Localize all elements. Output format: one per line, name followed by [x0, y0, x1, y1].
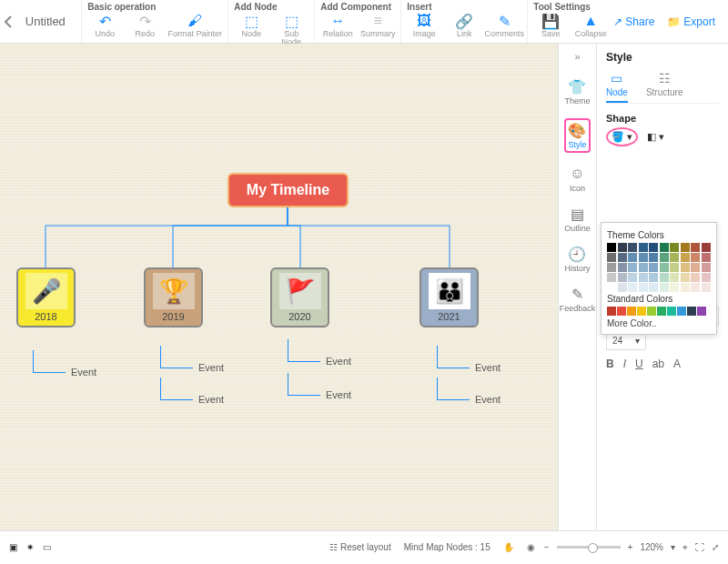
color-swatch[interactable] [702, 243, 711, 252]
color-swatch[interactable] [607, 283, 616, 292]
color-swatch[interactable] [618, 243, 627, 252]
event-node[interactable]: Event [198, 362, 224, 373]
color-swatch[interactable] [649, 243, 658, 252]
pointer-tool-button[interactable]: ◉ [527, 542, 535, 552]
canvas[interactable]: My Timeline 🎤 2018 Event 🏆 2019 Event Ev… [0, 44, 558, 530]
color-swatch[interactable] [649, 263, 658, 272]
color-swatch[interactable] [618, 273, 627, 282]
color-swatch[interactable] [607, 307, 616, 316]
color-swatch[interactable] [681, 243, 690, 252]
color-swatch[interactable] [607, 253, 616, 262]
rail-icon[interactable]: ☺Icon [570, 166, 585, 193]
color-swatch[interactable] [702, 273, 711, 282]
color-swatch[interactable] [618, 283, 627, 292]
color-swatch[interactable] [607, 263, 616, 272]
color-swatch[interactable] [617, 307, 626, 316]
rail-style[interactable]: 🎨Style [564, 118, 590, 153]
color-swatch[interactable] [639, 283, 648, 292]
color-swatch[interactable] [687, 307, 696, 316]
zoom-fit-button[interactable]: ▾ [671, 542, 675, 552]
collapse-button[interactable]: ▲Collapse [573, 13, 608, 38]
color-swatch[interactable] [607, 273, 616, 282]
color-swatch[interactable] [660, 263, 669, 272]
year-node-2020[interactable]: 🚩 2020 [270, 267, 329, 327]
share-button[interactable]: ↗ Share [613, 15, 654, 28]
color-swatch[interactable] [702, 263, 711, 272]
year-node-2021[interactable]: 👪 2021 [420, 267, 479, 327]
color-swatch[interactable] [660, 273, 669, 282]
color-swatch[interactable] [691, 263, 700, 272]
save-button[interactable]: 💾Save [533, 13, 568, 38]
color-swatch[interactable] [670, 263, 679, 272]
event-node[interactable]: Event [475, 362, 500, 373]
collapse-panel-button[interactable]: » [574, 51, 580, 65]
event-node[interactable]: Event [198, 394, 224, 405]
color-swatch[interactable] [628, 263, 637, 272]
color-swatch[interactable] [628, 253, 637, 262]
fullscreen-button[interactable]: ⛶ [695, 542, 704, 552]
color-swatch[interactable] [618, 253, 627, 262]
underline-button[interactable]: U [635, 358, 643, 370]
root-node[interactable]: My Timeline [228, 173, 349, 207]
color-swatch[interactable] [702, 253, 711, 262]
color-swatch[interactable] [691, 273, 700, 282]
bold-button[interactable]: B [606, 358, 614, 370]
color-swatch[interactable] [677, 307, 686, 316]
doc-title[interactable]: Untitled [16, 0, 82, 43]
fill-color-button[interactable]: 🪣 ▾ [606, 127, 638, 146]
color-swatch[interactable] [681, 273, 690, 282]
format-painter-button[interactable]: 🖌Format Painter [167, 13, 222, 38]
color-swatch[interactable] [681, 283, 690, 292]
year-node-2018[interactable]: 🎤 2018 [16, 267, 76, 327]
expand-button[interactable]: ⤢ [712, 542, 719, 552]
tab-node[interactable]: ▭Node [606, 71, 628, 103]
back-button[interactable] [0, 0, 16, 43]
color-swatch[interactable] [637, 307, 646, 316]
event-node[interactable]: Event [475, 394, 500, 405]
color-swatch[interactable] [627, 307, 636, 316]
color-swatch[interactable] [649, 253, 658, 262]
undo-button[interactable]: ↶Undo [87, 13, 122, 38]
status-icon[interactable]: ▣ [9, 542, 17, 552]
color-swatch[interactable] [657, 307, 666, 316]
rail-feedback[interactable]: ✎Feedback [560, 286, 596, 313]
color-swatch[interactable] [649, 283, 658, 292]
status-icon[interactable]: ✷ [26, 542, 34, 552]
year-node-2019[interactable]: 🏆 2019 [144, 267, 203, 327]
border-color-button[interactable]: ◧ ▾ [647, 131, 664, 143]
redo-button[interactable]: ↷Redo [127, 13, 162, 38]
strike-button[interactable]: ab [652, 358, 664, 370]
status-icon[interactable]: ▭ [43, 542, 51, 552]
color-swatch[interactable] [670, 273, 679, 282]
color-swatch[interactable] [670, 243, 679, 252]
color-swatch[interactable] [660, 253, 669, 262]
color-swatch[interactable] [649, 273, 658, 282]
more-color-button[interactable]: More Color.. [607, 318, 711, 328]
summary-button[interactable]: ≡Summary [360, 13, 395, 38]
reset-layout-button[interactable]: ☷ Reset layout [329, 542, 390, 552]
color-swatch[interactable] [697, 307, 706, 316]
color-swatch[interactable] [639, 253, 648, 262]
color-swatch[interactable] [628, 273, 637, 282]
color-swatch[interactable] [628, 283, 637, 292]
node-button[interactable]: ⬚Node [234, 13, 268, 46]
color-swatch[interactable] [667, 307, 676, 316]
color-swatch[interactable] [702, 283, 711, 292]
zoom-out-button[interactable]: − [544, 542, 550, 552]
zoom-slider[interactable] [557, 546, 621, 549]
color-swatch[interactable] [670, 253, 679, 262]
color-swatch[interactable] [681, 263, 690, 272]
event-node[interactable]: Event [71, 367, 96, 378]
event-node[interactable]: Event [326, 389, 351, 400]
zoom-in-button[interactable]: + [628, 542, 633, 552]
color-swatch[interactable] [639, 263, 648, 272]
color-swatch[interactable] [618, 263, 627, 272]
image-button[interactable]: 🖼Image [407, 13, 441, 38]
relation-button[interactable]: ↔Relation [320, 13, 355, 38]
subnode-button[interactable]: ⬚Sub Node [274, 13, 308, 46]
color-swatch[interactable] [660, 283, 669, 292]
color-swatch[interactable] [628, 243, 637, 252]
comments-button[interactable]: ✎Comments [487, 13, 521, 38]
rail-outline[interactable]: ▤Outline [564, 206, 591, 233]
tab-structure[interactable]: ☷Structure [646, 71, 683, 103]
